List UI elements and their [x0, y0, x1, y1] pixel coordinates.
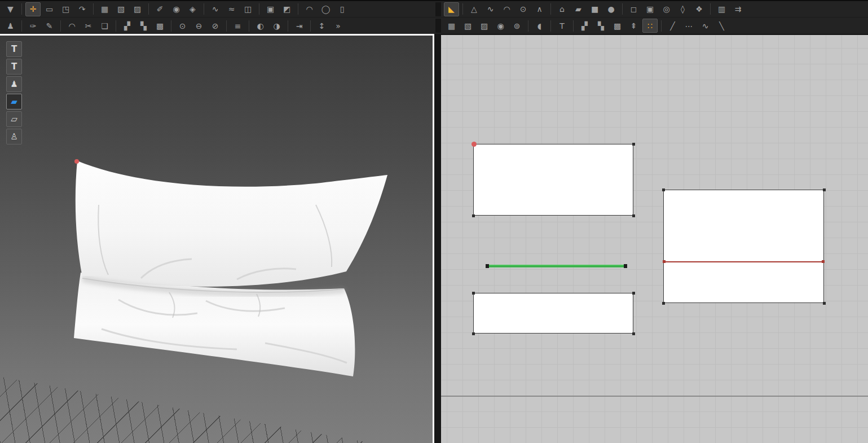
cut-sew-icon[interactable]: ✂: [81, 19, 96, 33]
tack-on-avatar-icon[interactable]: ◉: [169, 2, 184, 16]
shirt-fabric-2d-icon[interactable]: ▚: [593, 19, 609, 33]
pattern-rect-top-left[interactable]: [473, 144, 633, 216]
fold-pleat-cursor-icon[interactable]: ◐: [253, 19, 268, 33]
edit-curve-point-icon[interactable]: ◠: [499, 2, 514, 16]
examine-sewing-icon[interactable]: ⊚: [509, 19, 525, 33]
basting-icon[interactable]: ⋯: [681, 19, 697, 33]
measure-circumference-icon[interactable]: ◯: [318, 2, 333, 16]
copy-pattern-icon[interactable]: ❏: [97, 19, 112, 33]
fold-arrangement-icon[interactable]: ↷: [74, 2, 90, 16]
flatten-curve-icon[interactable]: ∿: [208, 2, 223, 16]
fabric-roll-icon[interactable]: ▞: [120, 19, 135, 33]
walked-pleats-icon[interactable]: ⇉: [730, 2, 746, 16]
apply-texture-garment-icon[interactable]: ▚: [136, 19, 151, 33]
zipper-icon[interactable]: ≡: [230, 19, 245, 33]
steam-pin-compress-icon[interactable]: ⇥: [292, 19, 307, 33]
show-sewing-icon[interactable]: ◉: [493, 19, 508, 33]
buttonhole-icon[interactable]: ⊖: [191, 19, 206, 33]
corner-handle[interactable]: [472, 332, 475, 335]
corner-handle[interactable]: [632, 214, 635, 217]
reset-arrangement-icon[interactable]: ◩: [279, 2, 294, 16]
fit-garment-icon[interactable]: ↕: [314, 19, 329, 33]
show-garment-a-icon[interactable]: T: [6, 41, 22, 57]
avatar-head-icon[interactable]: ♙: [6, 129, 22, 144]
mn-sewing-2d-icon[interactable]: ▨: [477, 19, 492, 33]
pin-icon[interactable]: ✐: [152, 2, 168, 16]
transform-pattern-icon[interactable]: ◣: [444, 2, 459, 16]
button-icon[interactable]: ⊙: [175, 19, 190, 33]
viewport-3d[interactable]: TT♟▰▱♙: [0, 34, 434, 443]
free-sewing-icon[interactable]: ▧: [113, 2, 129, 16]
corner-handle[interactable]: [662, 302, 665, 305]
edit-baseline-icon[interactable]: ╱: [665, 19, 680, 33]
corner-handle[interactable]: [662, 188, 665, 191]
show-garment-b-icon[interactable]: T: [6, 59, 22, 74]
fabric-blue-selected-icon[interactable]: ▰: [6, 94, 22, 109]
fasten-button-icon[interactable]: ⊘: [208, 19, 223, 33]
corner-handle[interactable]: [823, 302, 826, 305]
show-avatar-icon[interactable]: ♟: [6, 76, 22, 92]
viewport-2d[interactable]: [441, 34, 868, 443]
fabric-gray-icon[interactable]: ▱: [6, 111, 22, 127]
line-endpoint[interactable]: [663, 260, 666, 263]
corner-handle[interactable]: [472, 292, 475, 295]
internal-polygon-icon[interactable]: ◻: [626, 2, 641, 16]
pattern-rect-bottom-left[interactable]: [473, 293, 633, 334]
show-pins-icon[interactable]: ∷: [642, 19, 658, 33]
flatten-loop-icon[interactable]: ≈: [224, 2, 239, 16]
segment-sewing-icon[interactable]: ▦: [97, 2, 112, 16]
line-endpoint[interactable]: [486, 264, 489, 268]
pattern-solid-icon[interactable]: ▰: [571, 2, 586, 16]
internal-rectangle-icon[interactable]: ▣: [642, 2, 658, 16]
flatten-strip-icon[interactable]: ◫: [240, 2, 255, 16]
texture-checker-2d-icon[interactable]: ▩: [610, 19, 625, 33]
avatar-walk-icon[interactable]: ♟: [3, 19, 18, 33]
edit-curvature-icon[interactable]: ∿: [483, 2, 498, 16]
line-endpoint[interactable]: [624, 264, 627, 268]
sync-garment-icon[interactable]: ▣: [263, 2, 278, 16]
toolbar-overflow-icon[interactable]: »: [331, 19, 346, 33]
pen-garment-icon[interactable]: ✎: [42, 19, 57, 33]
grain-line-icon[interactable]: ⇞: [626, 19, 641, 33]
add-garment-icon[interactable]: ▼: [3, 2, 18, 16]
select-move-icon[interactable]: ✛: [25, 2, 41, 16]
select-mesh-icon[interactable]: ◳: [58, 2, 73, 16]
segment-sewing-2d-icon[interactable]: ▦: [444, 19, 459, 33]
edit-pattern-icon[interactable]: △: [466, 2, 482, 16]
mn-sewing-icon[interactable]: ▨: [130, 2, 145, 16]
polygon-tool-icon[interactable]: ⌂: [554, 2, 570, 16]
show-baseline-icon[interactable]: ╲: [714, 19, 729, 33]
measure-tape-icon[interactable]: ◠: [302, 2, 317, 16]
corner-handle[interactable]: [632, 332, 635, 335]
dart-tool-icon[interactable]: ◊: [675, 2, 690, 16]
corner-handle[interactable]: [632, 143, 635, 146]
fabric-pin-2d-icon[interactable]: ▞: [577, 19, 592, 33]
corner-handle[interactable]: [632, 292, 635, 295]
ellipse-tool-icon[interactable]: ●: [603, 2, 619, 16]
attach-to-avatar-icon[interactable]: ◈: [185, 2, 200, 16]
green-elastic-line[interactable]: [487, 265, 625, 267]
line-endpoint[interactable]: [822, 260, 825, 263]
rectangle-tool-icon[interactable]: ■: [587, 2, 602, 16]
trace-icon[interactable]: ∧: [532, 2, 547, 16]
pleats-panels-icon[interactable]: ▥: [714, 2, 729, 16]
texture-ball-icon[interactable]: ▩: [152, 19, 168, 33]
paint-garment-icon[interactable]: ✑: [25, 19, 41, 33]
seam-shape-icon[interactable]: ❖: [691, 2, 707, 16]
corner-handle[interactable]: [823, 188, 826, 191]
select-garment-icon[interactable]: T: [554, 19, 570, 33]
drape-curve-icon[interactable]: ◠: [64, 19, 80, 33]
fold-pleat-icon[interactable]: ◑: [269, 19, 284, 33]
free-sewing-2d-icon[interactable]: ▧: [460, 19, 475, 33]
viewport-splitter[interactable]: [434, 34, 441, 443]
corner-handle[interactable]: [472, 214, 475, 217]
internal-ellipse-icon[interactable]: ◎: [659, 2, 674, 16]
add-point-icon[interactable]: ⊙: [515, 2, 531, 16]
iron-press-icon[interactable]: ◖: [532, 19, 547, 33]
pillow-3d-object[interactable]: [0, 36, 434, 443]
selected-point-marker[interactable]: [472, 142, 477, 147]
elastic-wavy-icon[interactable]: ∿: [698, 19, 713, 33]
select-box-icon[interactable]: ▭: [42, 2, 57, 16]
measure-ruler-icon[interactable]: ▯: [334, 2, 350, 16]
pattern-rect-right[interactable]: [663, 190, 824, 303]
